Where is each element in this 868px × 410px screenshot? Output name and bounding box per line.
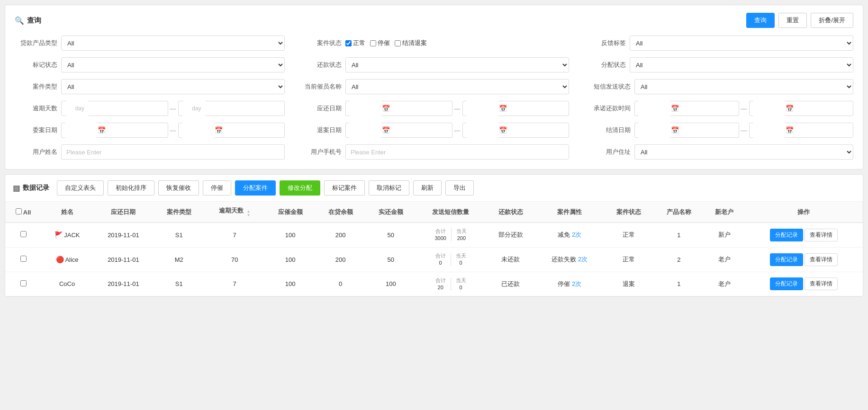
cell-checkbox [5, 247, 41, 272]
allot-button-0[interactable]: 分配记录 [770, 229, 803, 241]
clear-date-start-input[interactable] [638, 123, 671, 138]
commission-date-end-icon[interactable]: 📅 [215, 126, 223, 134]
case-status-closed-label: 结清退案 [402, 39, 427, 47]
cell-case-type: M2 [154, 247, 204, 272]
case-type-select[interactable]: All [61, 79, 285, 94]
filter-commission-date: 委案日期 📅 — 📅 [15, 123, 285, 138]
repay-status-control: All [345, 57, 569, 72]
search-header: 🔍 查询 查询 重置 折叠/展开 [15, 13, 853, 28]
row-checkbox-2[interactable] [20, 280, 27, 286]
cell-is-new: 老户 [704, 272, 745, 296]
commission-date-start-input[interactable] [64, 123, 98, 138]
commission-date-start-icon[interactable]: 📅 [98, 126, 106, 134]
sms-status-select[interactable]: All [634, 79, 853, 94]
refresh-button[interactable]: 刷新 [413, 180, 442, 196]
mark-case-button[interactable]: 标记案件 [324, 180, 365, 196]
user-name-control [61, 144, 285, 160]
user-name-input[interactable] [61, 144, 285, 160]
filter-grid: 贷款产品类型 All 案件状态 正常 停催 [15, 36, 853, 160]
case-status-checkboxes: 正常 停催 结清退案 [345, 39, 569, 47]
case-attr-link-0[interactable]: 2次 [572, 231, 581, 238]
custom-header-button[interactable]: 自定义表头 [57, 180, 104, 196]
case-status-closed[interactable]: 结清退案 [395, 39, 427, 47]
overdue-days-sort-icon[interactable]: ▲▼ [247, 210, 251, 217]
row-checkbox-1[interactable] [20, 256, 27, 262]
due-date-start-input[interactable] [349, 101, 382, 116]
cell-loan-balance: 200 [316, 247, 366, 272]
case-status-suspend[interactable]: 停催 [370, 39, 390, 47]
overdue-days-start-input[interactable] [65, 101, 89, 116]
withdraw-date-start-icon[interactable]: 📅 [382, 126, 390, 134]
case-status-suspend-checkbox[interactable] [370, 40, 376, 46]
cell-case-type: S1 [154, 272, 204, 296]
due-date-end-input[interactable] [466, 101, 499, 116]
suspend-button[interactable]: 停催 [203, 180, 231, 196]
filter-withdraw-date: 退案日期 📅 — 📅 [299, 123, 569, 138]
withdraw-date-end-input[interactable] [466, 123, 499, 138]
allot-button-1[interactable]: 分配记录 [770, 253, 803, 266]
assign-status-select[interactable]: All [630, 57, 853, 72]
detail-button-2[interactable]: 查看详情 [805, 277, 838, 290]
clear-date-start-icon[interactable]: 📅 [671, 126, 679, 134]
assign-status-label: 分配状态 [583, 61, 626, 69]
case-status-normal-checkbox[interactable] [345, 40, 352, 46]
due-date-start-icon[interactable]: 📅 [382, 105, 390, 112]
promise-time-end-icon[interactable]: 📅 [786, 105, 794, 112]
init-sort-button[interactable]: 初始化排序 [108, 180, 154, 196]
cancel-mark-button[interactable]: 取消标记 [369, 180, 409, 196]
user-address-select[interactable]: All [634, 144, 853, 160]
col-case-status: 案件状态 [604, 202, 654, 223]
data-panel: ▤ 数据记录 自定义表头 初始化排序 恢复催收 停催 分配案件 修改分配 标记案… [5, 174, 863, 297]
promise-time-end-input[interactable] [752, 101, 786, 116]
select-all-checkbox[interactable] [16, 208, 22, 214]
clear-date-separator: — [741, 127, 747, 134]
col-actions: 操作 [745, 202, 863, 223]
case-attr-link-1[interactable]: 2次 [578, 256, 588, 263]
feedback-tag-select[interactable]: All [630, 36, 853, 51]
clear-date-range: 📅 — 📅 [634, 123, 853, 138]
case-status-closed-checkbox[interactable] [395, 40, 401, 46]
case-status-normal[interactable]: 正常 [345, 39, 365, 47]
cell-repay-status: 部分还款 [485, 223, 535, 247]
restore-collect-button[interactable]: 恢复催收 [158, 180, 199, 196]
repay-status-select[interactable]: All [345, 57, 569, 72]
cell-overdue-days: 70 [204, 247, 265, 272]
cell-loan-balance: 200 [316, 223, 366, 247]
user-phone-input[interactable] [345, 144, 569, 160]
clear-date-end-icon[interactable]: 📅 [786, 126, 794, 134]
withdraw-date-label: 退案日期 [299, 126, 342, 134]
withdraw-date-start-input[interactable] [349, 123, 382, 138]
cell-due-date: 2019-11-01 [93, 247, 154, 272]
overdue-days-end-input[interactable] [182, 101, 206, 116]
due-date-end: 📅 [462, 101, 570, 116]
reset-button[interactable]: 重置 [778, 13, 807, 28]
row-checkbox-0[interactable] [20, 231, 27, 237]
export-button[interactable]: 导出 [445, 180, 474, 196]
filter-case-type: 案件类型 All [15, 79, 285, 94]
detail-button-1[interactable]: 查看详情 [805, 253, 838, 266]
cell-is-new: 新户 [704, 223, 745, 247]
mark-status-select[interactable]: All [61, 57, 285, 72]
due-date-end-icon[interactable]: 📅 [499, 105, 507, 112]
search-title-label: 查询 [27, 16, 41, 25]
clear-date-end-input[interactable] [752, 123, 786, 138]
commission-date-label: 委案日期 [15, 126, 57, 134]
withdraw-date-end-icon[interactable]: 📅 [499, 126, 507, 134]
commission-date-end-input[interactable] [181, 123, 215, 138]
allot-button-2[interactable]: 分配记录 [770, 277, 803, 290]
detail-button-0[interactable]: 查看详情 [805, 229, 838, 241]
promise-time-start-icon[interactable]: 📅 [671, 105, 679, 112]
user-address-control: All [634, 144, 853, 160]
case-attr-link-2[interactable]: 2次 [572, 280, 581, 287]
assign-case-button[interactable]: 分配案件 [235, 180, 276, 196]
modify-assign-button[interactable]: 修改分配 [280, 180, 320, 196]
cell-actions: 分配记录 查看详情 [745, 272, 863, 296]
loan-product-type-select[interactable]: All [61, 36, 285, 51]
query-button[interactable]: 查询 [746, 13, 775, 28]
col-all-label: All [23, 209, 31, 216]
cell-amount-due: 100 [265, 223, 316, 247]
promise-time-start-input[interactable] [638, 101, 671, 116]
toggle-button[interactable]: 折叠/展开 [811, 13, 853, 28]
current-agent-select[interactable]: All [345, 79, 569, 94]
filter-loan-product-type: 贷款产品类型 All [15, 36, 285, 51]
